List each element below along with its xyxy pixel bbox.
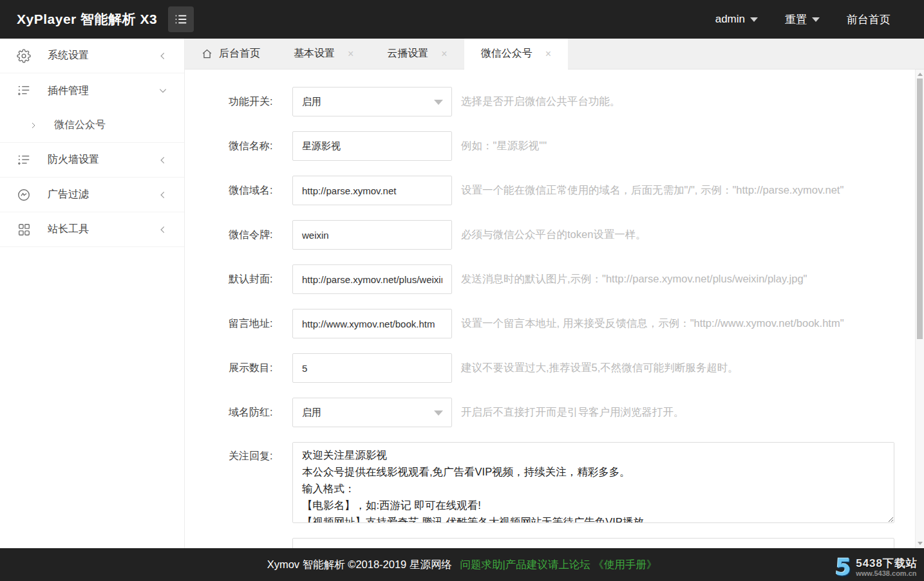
sidebar-toggle-button[interactable]: [168, 6, 194, 32]
sidebar-item-label: 站长工具: [48, 223, 89, 236]
sidebar-item-system-settings[interactable]: 系统设置: [0, 39, 184, 73]
field-help: 开启后不直接打开而是引导客户用浏览器打开。: [461, 405, 684, 420]
frontend-home-label: 前台首页: [847, 12, 891, 27]
sidebar-item-label: 插件管理: [48, 84, 89, 98]
tab-label: 后台首页: [219, 47, 260, 60]
field-help: 例如："星源影视"": [461, 139, 547, 153]
sidebar-item-firewall-settings[interactable]: 防火墙设置: [0, 143, 184, 178]
scroll-down-arrow-icon[interactable]: [918, 542, 923, 545]
chevron-down-icon: [434, 410, 443, 416]
close-icon[interactable]: ×: [545, 48, 551, 60]
sidebar-item-label: 广告过滤: [48, 188, 89, 201]
watermark-title: 5438下载站: [856, 557, 918, 570]
form-row-wechat-domain: 微信域名: 设置一个能在微信正常使用的域名，后面无需加"/", 示例："http…: [229, 176, 915, 205]
field-label: 微信名称:: [229, 140, 281, 153]
firewall-list-icon: [17, 153, 31, 167]
form-row-domain-antired: 域名防红: 启用 开启后不直接打开而是引导客户用浏览器打开。: [229, 398, 915, 427]
field-help: 设置一个留言本地址, 用来接受反馈信息，示例："http://www.xymov…: [461, 317, 844, 331]
sidebar: 系统设置 插件管理 微信公众号: [0, 39, 185, 548]
field-label: 留言地址:: [229, 317, 281, 331]
tab-backend-home[interactable]: 后台首页: [185, 39, 277, 69]
form-row-function-switch: 功能开关: 启用 选择是否开启微信公共平台功能。: [229, 87, 915, 116]
chevron-left-icon: [158, 156, 167, 165]
field-help: 设置一个能在微信正常使用的域名，后面无需加"/", 示例："http://par…: [461, 183, 844, 198]
form-row-wechat-token: 微信令牌: 必须与微信公众平台的token设置一样。: [229, 220, 915, 250]
tab-label: 微信公众号: [481, 47, 533, 60]
field-label: 微信域名:: [229, 184, 281, 198]
sidebar-item-ad-filter[interactable]: 广告过滤: [0, 178, 184, 212]
sidebar-subitem-wechat-official[interactable]: 微信公众号: [0, 108, 184, 143]
display-count-input[interactable]: [292, 353, 452, 383]
wechat-domain-input[interactable]: [292, 176, 452, 205]
content-scrollbar[interactable]: [915, 69, 924, 548]
field-label: 默认封面:: [229, 273, 281, 286]
tab-label: 云播设置: [387, 47, 428, 60]
sidebar-item-plugin-management[interactable]: 插件管理: [0, 73, 184, 108]
footer-forum-links[interactable]: 问题求助|产品建议请上论坛 《使用手册》: [460, 558, 657, 570]
footer-text: Xymov 智能解析 ©2018-2019 星源网络 问题求助|产品建议请上论坛…: [267, 558, 657, 572]
function-switch-select[interactable]: 启用: [292, 87, 452, 116]
select-value: 启用: [302, 96, 321, 108]
domain-antired-select[interactable]: 启用: [292, 398, 452, 427]
user-menu[interactable]: admin: [715, 13, 758, 26]
tab-wechat-official-active[interactable]: 微信公众号 ×: [464, 39, 568, 69]
chevron-down-icon: [750, 17, 758, 22]
next-field-partial[interactable]: [292, 538, 894, 548]
chevron-down-icon: [158, 86, 167, 95]
field-label: 域名防红:: [229, 406, 281, 420]
settings-form: 功能开关: 启用 选择是否开启微信公共平台功能。 微信名称: 例如："星源影视"…: [185, 69, 915, 548]
default-cover-input[interactable]: [292, 264, 452, 294]
admin-app: XyPlayer 智能解析 X3 admin 重置 前台首页: [0, 0, 924, 581]
tab-basic-settings[interactable]: 基本设置 ×: [277, 39, 370, 69]
wechat-token-input[interactable]: [292, 220, 452, 250]
chevron-left-icon: [158, 225, 167, 234]
tab-label: 基本设置: [294, 47, 335, 60]
grid-icon: [17, 223, 31, 237]
home-icon: [202, 48, 212, 59]
scroll-up-arrow-icon[interactable]: [918, 73, 923, 76]
frontend-home-link[interactable]: 前台首页: [847, 12, 891, 27]
ad-filter-circle-icon: [17, 188, 31, 202]
message-url-input[interactable]: [292, 309, 452, 338]
field-help: 发送消息时的默认图片,示例："http://parse.xymov.net/pl…: [461, 272, 807, 286]
sidebar-item-webmaster-tools[interactable]: 站长工具: [0, 212, 184, 247]
form-row-message-url: 留言地址: 设置一个留言本地址, 用来接受反馈信息，示例："http://www…: [229, 309, 915, 338]
gear-icon: [17, 49, 31, 63]
chevron-left-icon: [158, 51, 167, 60]
app-title: XyPlayer 智能解析 X3: [0, 10, 168, 28]
field-help: 选择是否开启微信公共平台功能。: [461, 95, 621, 109]
close-icon[interactable]: ×: [441, 48, 447, 60]
form-row-default-cover: 默认封面: 发送消息时的默认图片,示例："http://parse.xymov.…: [229, 264, 915, 294]
field-label: 关注回复:: [229, 442, 281, 463]
reset-menu[interactable]: 重置: [785, 12, 820, 27]
main-area: 后台首页 基本设置 × 云播设置 × 微信公众号 × 功能开关: 启用: [185, 39, 924, 548]
reset-menu-label: 重置: [785, 12, 807, 27]
field-label: 展示数目:: [229, 362, 281, 375]
sidebar-item-label: 防火墙设置: [48, 153, 99, 167]
plugin-list-icon: [17, 84, 31, 98]
tab-cloud-play-settings[interactable]: 云播设置 ×: [370, 39, 464, 69]
hamburger-list-icon: [174, 12, 188, 26]
select-value: 启用: [302, 407, 321, 419]
footer: Xymov 智能解析 ©2018-2019 星源网络 问题求助|产品建议请上论坛…: [0, 548, 924, 581]
form-row-display-count: 展示数目: 建议不要设置过大,推荐设置5,不然微信可能判断服务超时。: [229, 353, 915, 383]
close-icon[interactable]: ×: [348, 48, 354, 60]
chevron-right-icon: [30, 122, 37, 129]
watermark-logo: 5: [834, 556, 853, 579]
sidebar-item-label: 系统设置: [48, 49, 89, 62]
topbar-right: admin 重置 前台首页: [715, 12, 924, 27]
wechat-name-input[interactable]: [292, 131, 452, 161]
field-label: 功能开关:: [229, 95, 281, 109]
scrollbar-thumb[interactable]: [917, 78, 923, 339]
tab-bar: 后台首页 基本设置 × 云播设置 × 微信公众号 ×: [185, 39, 924, 69]
field-label: 微信令牌:: [229, 228, 281, 242]
form-row-follow-reply: 关注回复: 欢迎关注星源影视 本公众号提供在线影视观看,免广告看VIP视频，持续…: [229, 442, 915, 523]
field-help: 必须与微信公众平台的token设置一样。: [461, 228, 646, 242]
sidebar-subitem-label: 微信公众号: [54, 118, 106, 132]
form-row-wechat-name: 微信名称: 例如："星源影视"": [229, 131, 915, 161]
watermark-5438: 5 5438下载站 www.5438.com.cn: [835, 556, 918, 579]
field-help: 建议不要设置过大,推荐设置5,不然微信可能判断服务超时。: [461, 361, 739, 375]
follow-reply-textarea[interactable]: 欢迎关注星源影视 本公众号提供在线影视观看,免广告看VIP视频，持续关注，精彩多…: [292, 442, 894, 523]
user-menu-label: admin: [715, 13, 745, 26]
topbar: XyPlayer 智能解析 X3 admin 重置 前台首页: [0, 0, 924, 39]
